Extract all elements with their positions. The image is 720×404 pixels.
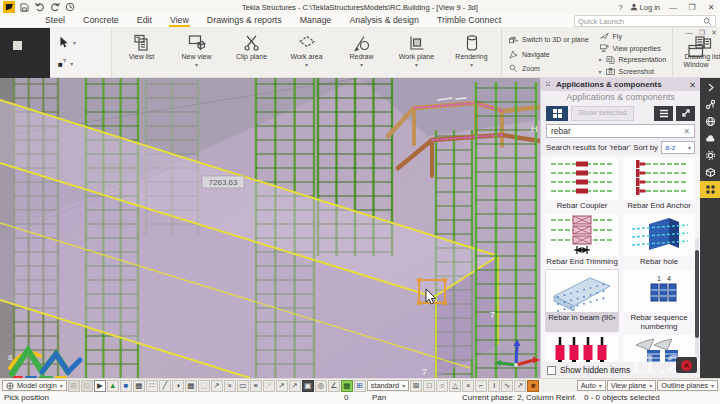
redraw-button[interactable]: Redraw▾: [334, 29, 389, 77]
selection-toggle-8[interactable]: ▢: [198, 380, 210, 392]
snap2-toggle-0[interactable]: ⊠: [410, 380, 422, 392]
sidebar-components-icon[interactable]: [700, 96, 720, 113]
snap2-toggle-7[interactable]: ∿: [501, 380, 513, 392]
selection-toggle-1[interactable]: ▲: [107, 380, 119, 392]
snap-settings-select[interactable]: standard▾: [367, 380, 409, 391]
selection-toggle-9[interactable]: ↗: [211, 380, 223, 392]
ribbon-tab-view[interactable]: View: [169, 14, 190, 27]
snap2-toggle-9[interactable]: ■: [527, 380, 539, 392]
quick-launch-input[interactable]: Quick Launch: [574, 15, 716, 27]
sidebar-collapse-chevron-icon[interactable]: [700, 79, 720, 96]
selection-toggle-5[interactable]: ╱: [159, 380, 171, 392]
zoom-button[interactable]: Zoom: [508, 64, 589, 74]
mdi-minimize-button[interactable]: —: [686, 29, 693, 37]
sidebar-component-catalog-icon[interactable]: [700, 181, 720, 198]
ribbon-tab-concrete[interactable]: Concrete: [82, 14, 120, 27]
origin-toggle-1[interactable]: ⊡: [81, 380, 93, 392]
sort-order-select[interactable]: a-z▾: [661, 141, 695, 154]
snap-toggle-3[interactable]: ▣: [302, 380, 314, 392]
panel-expand-button[interactable]: [676, 106, 695, 121]
panel-scrollbar-thumb[interactable]: [695, 250, 699, 338]
selection-toggle-10[interactable]: ×: [224, 380, 236, 392]
ribbon-tab-edit[interactable]: Edit: [136, 14, 153, 27]
sidebar-model-box-icon[interactable]: [700, 164, 720, 181]
plane-select[interactable]: View plane▾: [607, 380, 657, 391]
select-filter-caret[interactable]: ▾: [70, 60, 73, 67]
component-search-input[interactable]: rebar ✕: [546, 124, 695, 138]
close-button[interactable]: ✕: [705, 3, 717, 12]
component-item-rebar-hole[interactable]: Rebar hole: [622, 213, 696, 267]
selection-toggle-12[interactable]: ≡: [250, 380, 262, 392]
undo-button[interactable]: [34, 2, 45, 13]
view-list-button[interactable]: View list: [114, 29, 169, 77]
show-selected-button[interactable]: Show selected: [571, 106, 634, 121]
snap2-toggle-2[interactable]: ○: [436, 380, 448, 392]
outline-planes-select[interactable]: Outline planes▾: [657, 380, 718, 391]
component-item-rebar-in-beam-90[interactable]: Rebar in beam (90▾: [545, 269, 619, 332]
selection-toggle-7[interactable]: ▦: [185, 380, 197, 392]
snap-toggle-4[interactable]: ◎: [315, 380, 327, 392]
redo-button[interactable]: [49, 2, 60, 13]
work-plane-button[interactable]: Work plane▾: [389, 29, 444, 77]
help-button[interactable]: ?: [618, 3, 622, 12]
selection-toggle-0[interactable]: ▶: [94, 380, 106, 392]
fly-button[interactable]: Fly: [599, 32, 667, 42]
snap-toggle-0[interactable]: ↗: [263, 380, 275, 392]
mdi-restore-button[interactable]: ❐: [699, 29, 705, 37]
restore-button[interactable]: ❐: [686, 3, 698, 12]
selection-toggle-2[interactable]: ■: [120, 380, 132, 392]
recording-stop-button[interactable]: ✕: [676, 357, 697, 373]
selection-toggle-4[interactable]: ∷: [146, 380, 158, 392]
side-block-icon[interactable]: [13, 41, 22, 50]
new-view-button[interactable]: New view▾: [169, 29, 224, 77]
panel-close-button[interactable]: ✕: [689, 80, 696, 90]
navigate-button[interactable]: Navigate: [508, 49, 589, 59]
origin-toggle-0[interactable]: ⊞: [68, 380, 80, 392]
view-properties-button[interactable]: View properties: [599, 43, 667, 53]
snap-toggle-5[interactable]: ∠: [328, 380, 340, 392]
panel-grip-icon[interactable]: ⁙: [545, 81, 552, 89]
sidebar-settings-gear-icon[interactable]: [700, 147, 720, 164]
component-item-rebar-coupler[interactable]: Rebar Coupler: [545, 157, 619, 211]
snap-toggle-7[interactable]: ⊞: [354, 380, 366, 392]
representation-button[interactable]: ▾Representation: [599, 55, 667, 65]
minimize-button[interactable]: —: [667, 3, 679, 12]
screenshot-button[interactable]: ▾Screenshot: [599, 66, 667, 76]
select-tool-caret[interactable]: ▾: [73, 39, 76, 46]
ribbon-tab-trimble-connect[interactable]: Trimble Connect: [436, 14, 502, 27]
clear-search-icon[interactable]: ✕: [683, 127, 690, 136]
window-button[interactable]: Window: [672, 37, 720, 69]
ribbon-tab-analysis-design[interactable]: Analysis & design: [348, 14, 419, 27]
rendering-button[interactable]: Rendering▾: [444, 29, 499, 77]
snap2-toggle-3[interactable]: △: [449, 380, 461, 392]
component-item-rebar-sequence-numbering[interactable]: 14Rebar sequence numbering: [622, 269, 696, 332]
history-clock-icon[interactable]: [64, 2, 75, 13]
save-button[interactable]: [19, 2, 30, 13]
snap2-toggle-4[interactable]: ×: [462, 380, 474, 392]
select-tool-button[interactable]: ▾: [58, 36, 103, 49]
ribbon-tab-manage[interactable]: Manage: [299, 14, 333, 27]
model-origin-select[interactable]: Model origin▾: [2, 380, 67, 391]
show-hidden-checkbox[interactable]: [547, 366, 556, 375]
snap-toggle-1[interactable]: ↗: [276, 380, 288, 392]
selection-toggle-11[interactable]: ▭: [237, 380, 249, 392]
work-area-button[interactable]: Work area▾: [279, 29, 334, 77]
snap2-toggle-8[interactable]: ↗: [514, 380, 526, 392]
component-item-rebar-end-trimming[interactable]: Rebar End Trimming: [545, 213, 619, 267]
panel-menu-button[interactable]: [654, 106, 673, 121]
sidebar-cloud-icon[interactable]: [700, 130, 720, 147]
snap2-toggle-5[interactable]: ⌐: [475, 380, 487, 392]
component-item-rebar-end-anchor[interactable]: Rebar End Anchor: [622, 157, 696, 211]
snap-toggle-6[interactable]: ▦: [341, 380, 353, 392]
selection-toggle-6[interactable]: ◑: [172, 380, 184, 392]
panel-header[interactable]: ⁙ Applications & components ✕: [541, 78, 700, 91]
sidebar-reference-globe-icon[interactable]: [700, 113, 720, 130]
mdi-close-button[interactable]: ✕: [711, 29, 717, 37]
clip-plane-button[interactable]: Clip plane: [224, 29, 279, 77]
selection-toggle-3[interactable]: ▦: [133, 380, 145, 392]
ribbon-tab-steel[interactable]: Steel: [44, 14, 66, 27]
snap-toggle-2[interactable]: ↗: [289, 380, 301, 392]
login-button[interactable]: Log in: [630, 3, 660, 12]
component-item[interactable]: [545, 334, 619, 362]
ribbon-tab-drawings-reports[interactable]: Drawings & reports: [206, 14, 283, 27]
